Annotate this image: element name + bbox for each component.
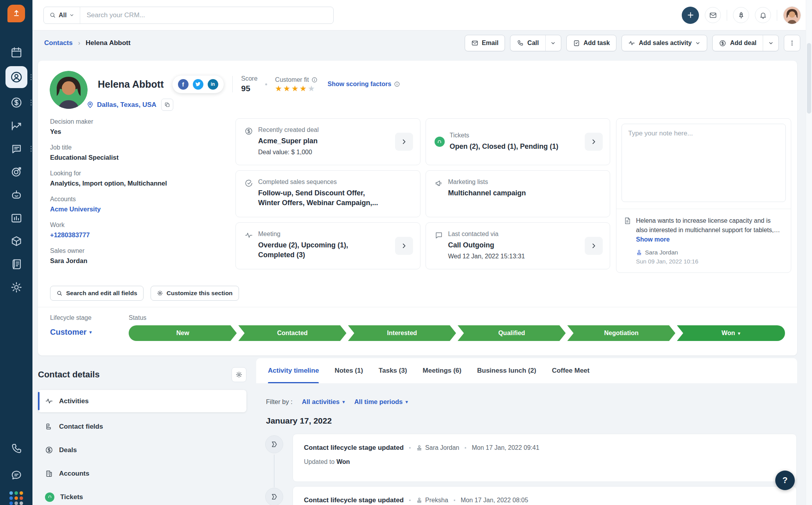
chevron-right-icon — [590, 138, 597, 145]
activity-pulse-icon — [244, 231, 253, 240]
notes-panel: Helena wants to increase license capacit… — [616, 118, 791, 273]
filter-periods-dropdown[interactable]: All time periods ▾ — [354, 398, 408, 406]
show-more-link[interactable]: Show more — [636, 236, 670, 243]
search-scope-dropdown[interactable]: All — [44, 7, 80, 23]
facebook-icon[interactable]: f — [178, 79, 189, 90]
email-inbox-button[interactable] — [705, 7, 721, 23]
linkedin-icon[interactable]: in — [208, 79, 218, 90]
sidebar-bot-icon[interactable] — [0, 186, 32, 204]
user-avatar[interactable] — [783, 6, 801, 24]
scrollbar-track[interactable] — [806, 0, 812, 505]
tickets-card[interactable]: Tickets Open (2), Closed (1), Pending (1… — [426, 118, 611, 165]
stamp-icon — [416, 445, 422, 451]
field-accounts: Accounts Acme University — [50, 196, 185, 213]
add-deal-dropdown-caret[interactable] — [763, 35, 778, 51]
email-button[interactable]: Email — [465, 35, 505, 51]
status-pipeline: New Contacted Interested Qualified Negot… — [129, 325, 785, 341]
freshworks-logo-icon[interactable] — [7, 5, 25, 22]
add-task-button[interactable]: Add task — [566, 35, 617, 51]
search-edit-fields-button[interactable]: Search and edit all fields — [50, 286, 144, 301]
sidebar-deals-icon[interactable] — [0, 94, 32, 111]
stage-new[interactable]: New — [129, 325, 237, 341]
stage-qualified[interactable]: Qualified — [458, 325, 566, 341]
sidebar-settings-icon[interactable] — [0, 279, 32, 296]
sidebar-products-icon[interactable] — [0, 233, 32, 250]
sidebar-phone-icon[interactable] — [0, 440, 32, 457]
chevron-right-icon — [401, 242, 408, 249]
sidebar-pipeline-chart-icon[interactable] — [0, 117, 32, 134]
deal-dollar-icon — [719, 40, 726, 47]
stage-won[interactable]: Won▾ — [677, 325, 785, 341]
global-search: All — [43, 7, 334, 24]
copy-address-button[interactable] — [161, 99, 173, 111]
sales-sequences-card[interactable]: Completed sales sequences Follow-up, Sen… — [235, 170, 420, 217]
customer-fit-block: Customer fit ★★★★★ — [275, 76, 317, 92]
stage-contacted[interactable]: Contacted — [238, 325, 346, 341]
timeline-event: Contact lifecycle stage updated Preksha … — [293, 486, 797, 505]
field-sales-owner: Sales owner Sara Jordan — [50, 247, 185, 265]
open-deal-button[interactable] — [395, 133, 413, 151]
sidebar-documents-icon[interactable] — [0, 256, 32, 273]
field-work-phone: Work +1280383777 — [50, 222, 185, 239]
stage-interested[interactable]: Interested — [348, 325, 456, 341]
call-dropdown-caret[interactable] — [545, 35, 561, 51]
meeting-card[interactable]: Meeting Overdue (2), Upcoming (1), Compl… — [235, 222, 420, 269]
whats-new-button[interactable] — [733, 7, 749, 23]
recent-deal-card[interactable]: Recently created deal Acme_Super plan De… — [235, 118, 420, 165]
scrollbar-thumb[interactable] — [807, 43, 811, 114]
tab-coffee-meet[interactable]: Coffee Meet — [552, 358, 589, 383]
open-meetings-button[interactable] — [395, 237, 413, 255]
dot-separator — [465, 447, 466, 449]
event-author: Sara Jordan — [425, 444, 459, 451]
stage-negotiation[interactable]: Negotiation — [567, 325, 675, 341]
contact-details-settings-button[interactable] — [232, 367, 246, 382]
sidebar-item-activities[interactable]: Activities — [38, 390, 246, 412]
marketing-lists-card[interactable]: Marketing lists Multichannel campaign — [426, 170, 611, 217]
sidebar-item-tickets[interactable]: Tickets — [38, 486, 246, 505]
tab-notes[interactable]: Notes (1) — [334, 358, 363, 383]
tab-tasks[interactable]: Tasks (3) — [379, 358, 407, 383]
call-button[interactable]: Call — [510, 35, 545, 51]
sidebar-goals-icon[interactable] — [0, 163, 32, 180]
sidebar-calendar-icon[interactable] — [0, 44, 32, 61]
sidebar-contacts-icon[interactable] — [0, 66, 32, 88]
last-contacted-card[interactable]: Last contacted via Call Outgoing Wed 12 … — [426, 222, 611, 269]
search-input[interactable] — [80, 11, 333, 19]
caret-down-icon: ▾ — [89, 330, 92, 335]
more-actions-button[interactable] — [784, 35, 800, 51]
contact-location-link[interactable]: Dallas, Texas, USA — [97, 101, 156, 109]
lifecycle-stage-dropdown[interactable]: Customer ▾ — [50, 328, 92, 337]
account-link[interactable]: Acme University — [50, 206, 101, 213]
tab-business-lunch[interactable]: Business lunch (2) — [477, 358, 536, 383]
sidebar-apps-switcher-icon[interactable] — [0, 489, 32, 505]
info-icon[interactable] — [311, 77, 318, 83]
divider — [232, 76, 233, 92]
open-tickets-button[interactable] — [585, 133, 603, 151]
quick-add-button[interactable] — [682, 7, 699, 24]
open-last-contacted-button[interactable] — [585, 237, 603, 255]
contact-avatar[interactable] — [50, 71, 88, 109]
sidebar-item-deals[interactable]: Deals — [38, 439, 246, 461]
add-deal-button[interactable]: Add deal — [713, 35, 763, 51]
dot-separator — [409, 500, 411, 501]
note-input[interactable] — [622, 124, 786, 202]
dot-separator — [265, 83, 267, 85]
sidebar-analytics-icon[interactable] — [0, 209, 32, 227]
filter-activities-dropdown[interactable]: All activities ▾ — [302, 398, 345, 406]
sidebar-item-accounts[interactable]: Accounts — [38, 462, 246, 485]
field-job-title: Job title Educational Specialist — [50, 144, 185, 161]
customize-section-button[interactable]: Customize this section — [151, 286, 239, 301]
work-phone-link[interactable]: +1280383777 — [50, 231, 90, 238]
score-value: 95 — [241, 84, 258, 93]
add-sales-activity-button[interactable]: Add sales activity — [622, 35, 707, 51]
twitter-icon[interactable] — [193, 79, 203, 90]
sidebar-chat-icon[interactable] — [0, 467, 32, 484]
notifications-button[interactable] — [755, 7, 771, 23]
sidebar-conversations-icon[interactable] — [0, 140, 32, 157]
show-scoring-factors-link[interactable]: Show scoring factors — [328, 81, 401, 88]
breadcrumb-contacts-link[interactable]: Contacts — [44, 39, 73, 47]
tab-meetings[interactable]: Meetings (6) — [423, 358, 462, 383]
tab-activity-timeline[interactable]: Activity timeline — [268, 358, 319, 383]
sidebar-item-contact-fields[interactable]: Contact fields — [38, 415, 246, 438]
help-button[interactable]: ? — [775, 471, 795, 490]
